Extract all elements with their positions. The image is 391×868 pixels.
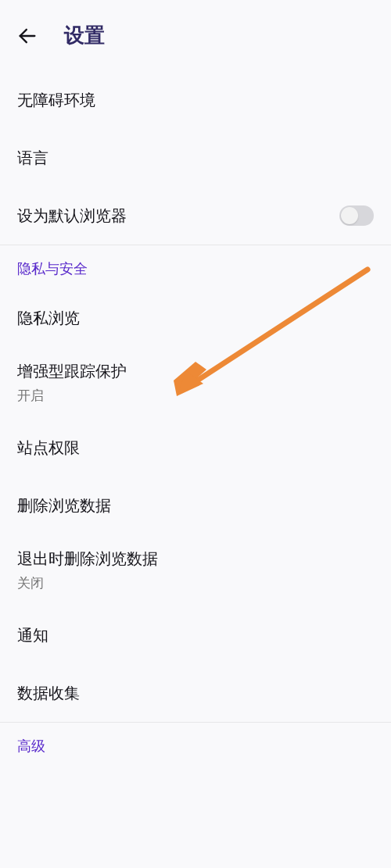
settings-item-notifications[interactable]: 通知 bbox=[0, 606, 391, 664]
settings-item-enhanced-tracking[interactable]: 增强型跟踪保护 开启 bbox=[0, 347, 391, 419]
item-label: 语言 bbox=[17, 148, 48, 169]
settings-item-site-permissions[interactable]: 站点权限 bbox=[0, 419, 391, 477]
item-text: 无障碍环境 bbox=[17, 90, 95, 111]
item-label: 设为默认浏览器 bbox=[17, 205, 127, 227]
back-arrow-icon bbox=[16, 25, 38, 47]
item-label: 数据收集 bbox=[17, 683, 80, 704]
item-text: 删除浏览数据 bbox=[17, 495, 111, 516]
settings-item-accessibility[interactable]: 无障碍环境 bbox=[0, 71, 391, 129]
page-title: 设置 bbox=[64, 22, 105, 49]
item-text: 语言 bbox=[17, 148, 48, 169]
item-label: 无障碍环境 bbox=[17, 90, 95, 111]
item-status: 关闭 bbox=[17, 574, 158, 592]
item-status: 开启 bbox=[17, 387, 127, 405]
back-button[interactable] bbox=[8, 16, 47, 55]
section-header-advanced: 高级 bbox=[0, 723, 391, 766]
settings-item-data-collection[interactable]: 数据收集 bbox=[0, 664, 391, 722]
item-text: 退出时删除浏览数据 关闭 bbox=[17, 548, 158, 592]
settings-item-delete-on-quit[interactable]: 退出时删除浏览数据 关闭 bbox=[0, 534, 391, 606]
item-text: 通知 bbox=[17, 625, 48, 646]
item-text: 设为默认浏览器 bbox=[17, 205, 127, 227]
item-label: 增强型跟踪保护 bbox=[17, 361, 127, 382]
item-label: 退出时删除浏览数据 bbox=[17, 548, 158, 570]
item-label: 通知 bbox=[17, 625, 48, 646]
settings-list: 无障碍环境 语言 设为默认浏览器 隐私与安全 隐私浏览 增强型跟踪保护 开启 站… bbox=[0, 71, 391, 766]
section-header-privacy: 隐私与安全 bbox=[0, 245, 391, 289]
item-label: 隐私浏览 bbox=[17, 308, 80, 329]
item-text: 增强型跟踪保护 开启 bbox=[17, 361, 127, 405]
item-text: 隐私浏览 bbox=[17, 308, 80, 329]
item-text: 数据收集 bbox=[17, 683, 80, 704]
settings-item-language[interactable]: 语言 bbox=[0, 129, 391, 187]
default-browser-toggle[interactable] bbox=[339, 205, 374, 226]
item-text: 站点权限 bbox=[17, 438, 80, 459]
item-label: 站点权限 bbox=[17, 438, 80, 459]
item-label: 删除浏览数据 bbox=[17, 495, 111, 516]
header: 设置 bbox=[0, 0, 391, 71]
settings-item-delete-browsing-data[interactable]: 删除浏览数据 bbox=[0, 477, 391, 534]
toggle-knob bbox=[341, 207, 358, 224]
settings-item-default-browser[interactable]: 设为默认浏览器 bbox=[0, 187, 391, 245]
settings-item-private-browsing[interactable]: 隐私浏览 bbox=[0, 289, 391, 347]
